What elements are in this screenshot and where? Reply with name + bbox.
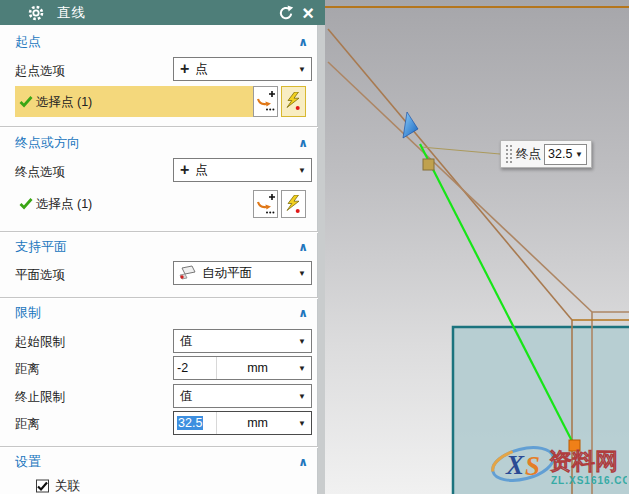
check-icon — [19, 198, 33, 211]
point-icon: + — [180, 162, 189, 178]
dropdown-arrow-icon: ▼ — [298, 419, 306, 428]
dialog-titlebar[interactable]: 直线 × — [0, 0, 325, 25]
start-option-row: 起点选项 + 点 ▼ — [0, 57, 318, 84]
separator — [0, 297, 318, 299]
collapse-chevron-icon[interactable]: ∧ — [298, 35, 308, 49]
associative-row: 关联 — [0, 475, 318, 494]
dropdown-arrow-icon: ▼ — [298, 337, 306, 346]
end-limit-dropdown[interactable]: 值 ▼ — [173, 384, 312, 408]
snap-point-button[interactable] — [281, 86, 306, 117]
watermark-title: 资料网 — [549, 448, 618, 474]
watermark: X S 资料网 ZL.XS1616.COM — [489, 438, 627, 492]
section-header-settings[interactable]: 设置 ∧ — [0, 453, 318, 470]
snap-point-button[interactable] — [281, 190, 306, 218]
line-dialog: 直线 × 起点 ∧ 起点选项 + 点 ▼ — [0, 0, 325, 494]
separator — [0, 231, 318, 233]
end-distance-row: 距离 32.5 mm ▼ — [0, 411, 318, 437]
collapse-chevron-icon[interactable]: ∧ — [298, 240, 308, 254]
end-option-dropdown[interactable]: + 点 ▼ — [173, 158, 312, 182]
collapse-chevron-icon[interactable]: ∧ — [298, 455, 308, 469]
point-dialog-button[interactable] — [253, 190, 278, 218]
check-icon — [19, 95, 33, 108]
separator — [0, 126, 318, 128]
section-header-start[interactable]: 起点 ∧ — [0, 33, 318, 50]
selected-text: 32.5 — [177, 416, 203, 430]
dialog-title: 直线 — [57, 4, 86, 22]
start-limit-dropdown[interactable]: 值 ▼ — [173, 329, 312, 353]
separator — [0, 446, 318, 448]
dropdown-arrow-icon: ▼ — [298, 166, 306, 175]
start-select-point-row[interactable]: 选择点 (1) — [0, 86, 318, 117]
end-select-point-row[interactable]: 选择点 (1) — [0, 190, 318, 218]
drag-grip-icon[interactable] — [505, 144, 513, 164]
point-icon: + — [180, 61, 189, 77]
section-header-end[interactable]: 终点或方向 ∧ — [0, 134, 318, 151]
end-limit-row: 终止限制 值 ▼ — [0, 384, 318, 410]
auto-plane-icon — [178, 265, 196, 281]
dropdown-arrow-icon: ▼ — [298, 364, 306, 373]
dropdown-arrow-icon: ▼ — [298, 65, 306, 74]
watermark-logo-s: S — [525, 451, 540, 481]
plane-option-dropdown[interactable]: 自动平面 ▼ — [173, 261, 312, 285]
collapse-chevron-icon[interactable]: ∧ — [298, 306, 308, 320]
endpoint-value-input[interactable]: 32.5 ▼ — [544, 144, 587, 165]
section-header-plane[interactable]: 支持平面 ∧ — [0, 238, 318, 255]
point-dialog-button[interactable] — [253, 86, 278, 117]
wire-edge-diagonal-2 — [328, 62, 592, 312]
close-icon[interactable]: × — [297, 2, 319, 24]
watermark-logo-x: X — [505, 450, 525, 480]
associative-checkbox[interactable] — [36, 480, 49, 493]
watermark-domain: ZL.XS1616.COM — [551, 475, 627, 486]
section-header-limits[interactable]: 限制 ∧ — [0, 304, 318, 321]
collapse-chevron-icon[interactable]: ∧ — [298, 136, 308, 150]
plane-option-row: 平面选项 自动平面 ▼ — [0, 261, 318, 288]
dropdown-arrow-icon: ▼ — [575, 150, 583, 159]
viewport-3d[interactable]: 终点 32.5 ▼ X S 资料网 ZL.XS1616.COM — [325, 0, 629, 494]
midpoint-handle[interactable] — [423, 159, 434, 170]
start-distance-row: 距离 -2 mm ▼ — [0, 356, 318, 382]
end-option-row: 终点选项 + 点 ▼ — [0, 158, 318, 185]
end-distance-input[interactable]: 32.5 mm ▼ — [173, 411, 312, 435]
start-option-dropdown[interactable]: + 点 ▼ — [173, 57, 312, 81]
dropdown-arrow-icon: ▼ — [298, 392, 306, 401]
endpoint-overlay[interactable]: 终点 32.5 ▼ — [500, 140, 592, 168]
scene-graphics — [325, 0, 629, 494]
start-distance-input[interactable]: -2 mm ▼ — [173, 356, 312, 380]
dropdown-arrow-icon: ▼ — [298, 269, 306, 278]
gear-icon — [28, 5, 44, 21]
dialog-body: 起点 ∧ 起点选项 + 点 ▼ 选择点 (1) — [0, 25, 318, 494]
dialog-edge-divider — [318, 25, 325, 494]
reset-icon[interactable] — [275, 2, 297, 24]
wire-edge-diagonal-1 — [328, 29, 572, 320]
app-window: 直线 × 起点 ∧ 起点选项 + 点 ▼ — [0, 0, 629, 494]
start-limit-row: 起始限制 值 ▼ — [0, 329, 318, 355]
